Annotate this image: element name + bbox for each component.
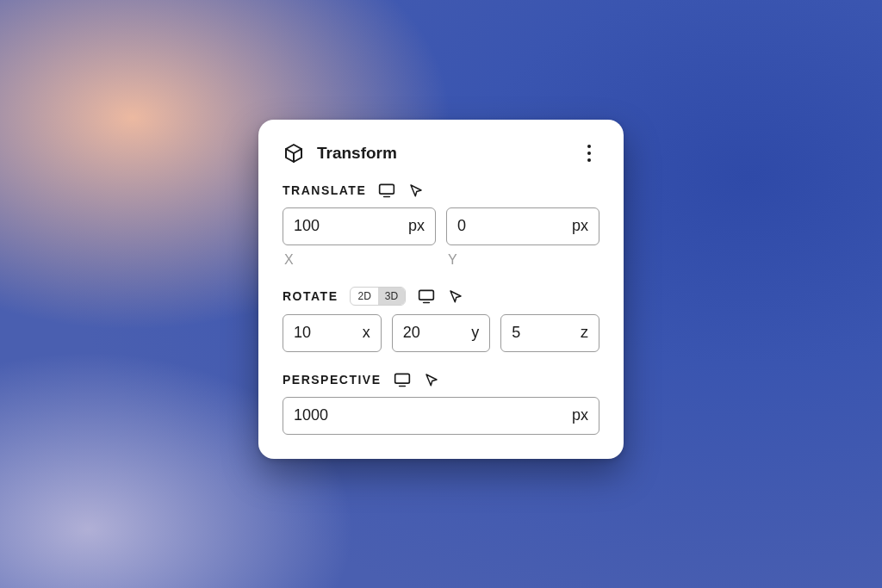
more-menu-button[interactable]	[579, 143, 599, 164]
translate-x-unit: px	[408, 217, 425, 235]
rotate-z-input[interactable]	[512, 324, 575, 342]
translate-y-field[interactable]: px	[446, 207, 599, 245]
rotate-title: ROTATE	[283, 289, 338, 303]
translate-section: TRANSLATE px	[283, 182, 599, 268]
rotate-z-field[interactable]: z	[500, 314, 599, 352]
rotate-z-unit: z	[581, 324, 588, 342]
rotate-header: ROTATE 2D 3D	[283, 287, 599, 306]
perspective-unit: px	[572, 406, 588, 424]
cube-icon	[283, 142, 305, 164]
translate-y-input[interactable]	[457, 217, 567, 235]
rotate-y-unit: y	[471, 324, 479, 342]
perspective-title: PERSPECTIVE	[283, 373, 382, 387]
rotate-2d-toggle[interactable]: 2D	[351, 288, 377, 305]
translate-x-input[interactable]	[294, 217, 403, 235]
perspective-input[interactable]	[294, 406, 567, 424]
perspective-section: PERSPECTIVE px	[283, 371, 599, 435]
translate-fields: px px	[283, 207, 599, 245]
panel-header: Transform	[283, 142, 599, 164]
rotate-x-unit: x	[363, 324, 370, 342]
rotate-y-field[interactable]: y	[392, 314, 491, 352]
translate-y-label: Y	[446, 252, 599, 268]
perspective-fields: px	[283, 397, 599, 435]
svg-rect-0	[380, 184, 394, 194]
translate-x-label: X	[283, 252, 436, 268]
app-background: Transform TRANSLATE	[0, 0, 882, 588]
svg-rect-1	[419, 290, 434, 300]
transform-panel: Transform TRANSLATE	[258, 120, 624, 459]
rotate-fields: x y z	[283, 314, 599, 352]
breakpoint-icon[interactable]	[418, 288, 435, 305]
breakpoint-icon[interactable]	[378, 182, 395, 199]
perspective-field[interactable]: px	[283, 397, 599, 435]
pointer-icon[interactable]	[447, 288, 464, 305]
pointer-icon[interactable]	[423, 371, 440, 388]
translate-title: TRANSLATE	[283, 183, 366, 197]
rotate-x-input[interactable]	[294, 324, 357, 342]
translate-y-unit: px	[572, 217, 588, 235]
rotate-mode-toggle[interactable]: 2D 3D	[350, 287, 406, 306]
perspective-header: PERSPECTIVE	[283, 371, 599, 388]
rotate-y-input[interactable]	[403, 324, 467, 342]
rotate-3d-toggle[interactable]: 3D	[378, 288, 405, 305]
svg-rect-2	[394, 374, 409, 383]
panel-title: Transform	[317, 144, 397, 163]
rotate-x-field[interactable]: x	[283, 314, 382, 352]
breakpoint-icon[interactable]	[394, 371, 411, 388]
translate-sublabels: X Y	[283, 252, 599, 268]
rotate-section: ROTATE 2D 3D	[283, 287, 599, 352]
pointer-icon[interactable]	[407, 182, 425, 199]
translate-x-field[interactable]: px	[283, 207, 436, 245]
translate-header: TRANSLATE	[283, 182, 599, 199]
